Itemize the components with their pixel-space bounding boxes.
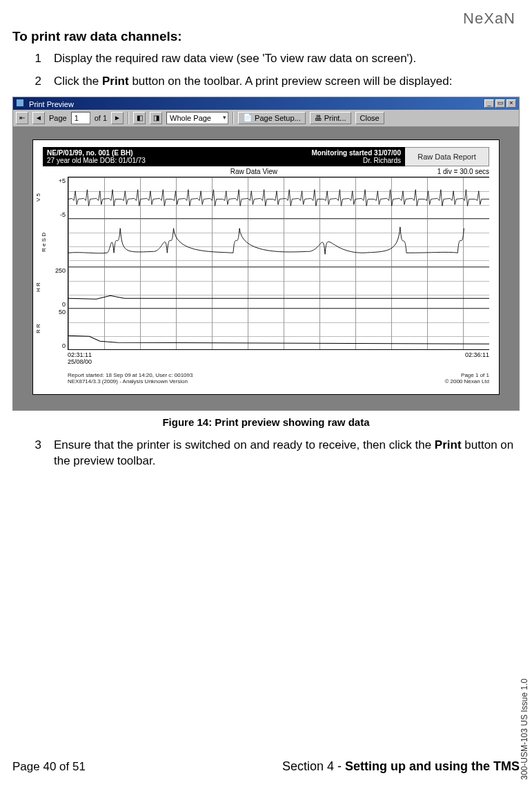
axis-label: H R [35, 282, 41, 292]
figure-caption: Figure 14: Print preview showing raw dat… [12, 416, 520, 428]
maximize-button[interactable]: ▭ [495, 99, 505, 108]
window-titlebar: Print Preview _ ▭ × [13, 97, 519, 110]
step-text: Click the Print button on the toolbar. A… [54, 74, 520, 90]
step-text: Ensure that the printer is switched on a… [54, 438, 520, 469]
step-number: 1 [30, 51, 41, 67]
page-setup-icon: 📄 [243, 113, 253, 122]
page-number-field[interactable]: 1 [71, 112, 90, 124]
document-id-sidebar: 300-USM-103 US Issue 1.0 [520, 679, 529, 780]
report-header-bar: NE/P/01/99, no. 001 (E BH) Monitoring st… [43, 147, 405, 166]
next-page-button[interactable]: ► [111, 112, 124, 124]
section-heading: To print raw data channels: [12, 29, 520, 44]
zoom-select[interactable]: Whole Page [166, 112, 228, 124]
print-button[interactable]: 🖶 Print... [310, 112, 351, 124]
step-number: 2 [30, 74, 41, 90]
brand-logo: NeXaN [463, 10, 515, 28]
y-tick: 0 [62, 301, 66, 308]
time-start: 02:31:11 25/08/00 [68, 351, 92, 365]
print-preview-window: Print Preview _ ▭ × ⇤ ◄ Page 1 of 1 ► ◧ … [12, 97, 520, 411]
chart-stack: V 5 +5 -5 R e S D [68, 177, 489, 350]
prev-page-button[interactable]: ◄ [32, 112, 45, 124]
first-page-button[interactable]: ⇤ [16, 112, 28, 124]
section-label: Section 4 - Setting up and using the TMS [282, 759, 520, 774]
close-button[interactable]: × [506, 99, 516, 108]
y-tick: -5 [60, 211, 66, 218]
y-tick: 50 [59, 309, 66, 315]
minimize-button[interactable]: _ [484, 99, 494, 108]
printer-icon: 🖶 [315, 114, 322, 122]
preview-toolbar: ⇤ ◄ Page 1 of 1 ► ◧ ◨ Whole Page 📄 Page … [13, 110, 519, 127]
zoom-width-button[interactable]: ◨ [150, 112, 162, 124]
chart-rr: R R 50 0 [68, 308, 489, 349]
axis-label: R R [35, 324, 41, 333]
page-count-label: of 1 [95, 114, 107, 122]
chart-scale-note: 1 div = 30.0 secs [437, 168, 489, 175]
step-1: 1 Display the required raw data view (se… [30, 51, 520, 67]
step-number: 3 [30, 438, 41, 469]
chart-title: Raw Data View [230, 168, 277, 175]
chart-hr: H R 250 0 [68, 266, 489, 308]
report-page: NE/P/01/99, no. 001 (E BH) Monitoring st… [32, 139, 500, 395]
report-type-box: Raw Data Report [405, 147, 489, 166]
step-text: Display the required raw data view (see … [54, 51, 520, 67]
chart-v5: V 5 +5 -5 [68, 177, 489, 218]
window-title: Print Preview [29, 100, 74, 108]
page-number: Page 40 of 51 [12, 760, 86, 774]
y-tick: 0 [62, 342, 66, 349]
time-end: 02:36:11 [465, 351, 489, 365]
y-tick: +5 [59, 177, 66, 184]
step-2: 2 Click the Print button on the toolbar.… [30, 74, 520, 90]
app-icon [16, 99, 24, 107]
page-setup-button[interactable]: 📄 Page Setup... [238, 112, 306, 124]
axis-label: V 5 [35, 193, 41, 202]
close-preview-button[interactable]: Close [355, 112, 384, 124]
report-footer: Report started: 18 Sep 09 at 14:20, User… [68, 372, 489, 384]
preview-client-area: NE/P/01/99, no. 001 (E BH) Monitoring st… [13, 127, 519, 410]
axis-label: R e S D [41, 233, 47, 252]
zoom-fit-button[interactable]: ◧ [133, 112, 146, 124]
chart-resp: R e S D [68, 218, 489, 266]
page-label: Page [49, 114, 67, 122]
step-3: 3 Ensure that the printer is switched on… [30, 438, 520, 469]
y-tick: 250 [55, 267, 66, 274]
